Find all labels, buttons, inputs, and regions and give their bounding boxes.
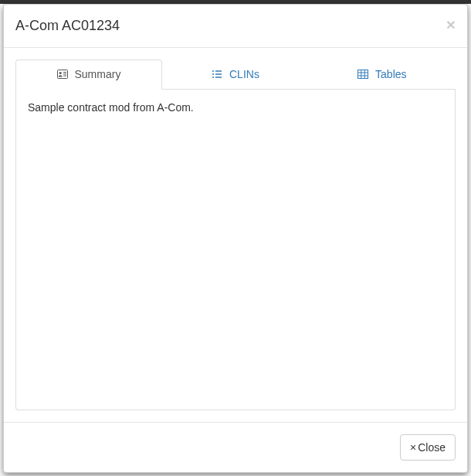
svg-point-9	[212, 76, 214, 78]
summary-text: Sample contract mod from A-Com.	[28, 101, 443, 114]
close-icon: ×	[410, 441, 416, 454]
tab-list: Summary CLINs Tables	[15, 60, 456, 90]
tab-panel-summary: Sample contract mod from A-Com.	[15, 90, 456, 410]
tab-tables[interactable]: Tables	[309, 60, 456, 90]
tab-summary[interactable]: Summary	[15, 60, 162, 90]
list-icon	[212, 69, 222, 81]
modal-body: Summary CLINs Tables	[4, 48, 467, 422]
close-label: Close	[418, 441, 446, 454]
svg-point-5	[212, 70, 214, 72]
svg-point-1	[59, 72, 61, 74]
modal-dialog: A-Com AC01234 × Summary CLINs	[3, 4, 468, 473]
close-icon[interactable]: ×	[446, 16, 456, 32]
modal-title: A-Com AC01234	[15, 16, 120, 36]
modal-header: A-Com AC01234 ×	[4, 5, 467, 48]
id-card-icon	[57, 69, 68, 81]
tab-label: CLINs	[229, 68, 259, 80]
tab-clins[interactable]: CLINs	[162, 60, 309, 90]
svg-rect-11	[358, 70, 368, 79]
modal-footer: ×Close	[4, 422, 467, 472]
table-icon	[357, 69, 368, 81]
tab-label: Summary	[74, 68, 120, 80]
svg-point-7	[212, 73, 214, 75]
close-button[interactable]: ×Close	[400, 434, 456, 461]
tab-label: Tables	[375, 68, 406, 80]
